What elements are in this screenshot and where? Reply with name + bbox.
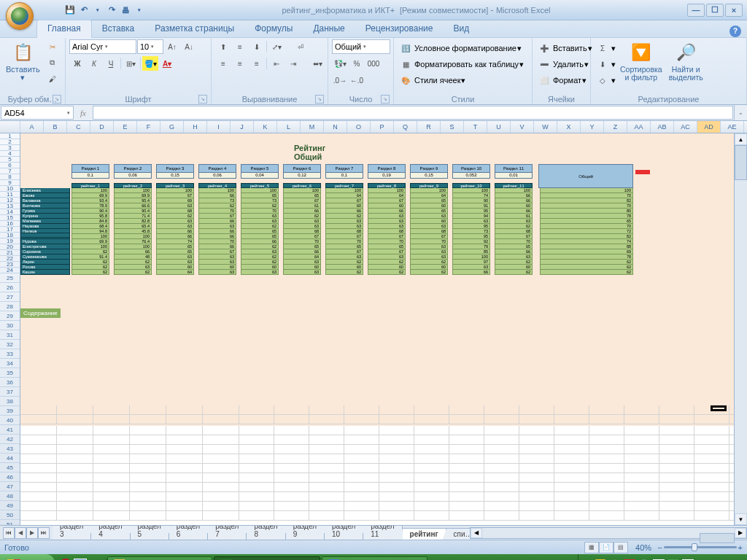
- overall-cell[interactable]: 82: [540, 198, 633, 203]
- data-cell[interactable]: 63: [114, 265, 152, 270]
- data-cell[interactable]: 94.8: [71, 229, 109, 234]
- data-cell[interactable]: 60: [325, 203, 363, 209]
- data-cell[interactable]: 67: [495, 234, 533, 239]
- autosum-button[interactable]: Σ▾: [595, 41, 616, 55]
- student-name[interactable]: Гусева: [20, 209, 70, 214]
- maximize-button[interactable]: ☐: [706, 4, 724, 17]
- data-cell[interactable]: 63: [410, 254, 448, 260]
- data-cell[interactable]: 66: [198, 193, 236, 198]
- overall-cell[interactable]: 65: [540, 219, 633, 224]
- row-header[interactable]: 50: [0, 510, 20, 520]
- col-header[interactable]: I: [207, 121, 231, 133]
- data-cell[interactable]: 62: [368, 260, 406, 265]
- data-cell[interactable]: 63: [241, 249, 279, 254]
- data-cell[interactable]: 60: [495, 203, 533, 209]
- data-cell[interactable]: 62: [71, 249, 109, 254]
- data-cell[interactable]: 91.4: [71, 254, 109, 260]
- data-cell[interactable]: 65: [495, 244, 533, 249]
- data-cell[interactable]: 70: [198, 239, 236, 244]
- row-header[interactable]: 25: [0, 273, 20, 283]
- data-cell[interactable]: 66.6: [114, 203, 152, 209]
- ribbon-tab-5[interactable]: Рецензирование: [355, 20, 444, 37]
- data-cell[interactable]: 66: [368, 209, 406, 214]
- data-cell[interactable]: 74: [452, 193, 490, 198]
- data-cell[interactable]: 67: [283, 234, 321, 239]
- student-name[interactable]: Нурова: [20, 239, 70, 244]
- data-cell[interactable]: 67: [410, 234, 448, 239]
- data-cell[interactable]: 67: [325, 234, 363, 239]
- data-cell[interactable]: 73: [241, 198, 279, 203]
- row-header[interactable]: 34: [0, 359, 20, 368]
- data-cell[interactable]: 63: [241, 219, 279, 224]
- data-cell[interactable]: 62: [495, 224, 533, 229]
- horizontal-scrollbar[interactable]: ◀ ▶: [470, 527, 747, 539]
- overall-cell[interactable]: 70: [540, 224, 633, 229]
- row-header[interactable]: 32: [0, 340, 20, 349]
- row-header[interactable]: 41: [0, 425, 20, 435]
- ribbon-tab-1[interactable]: Вставка: [92, 20, 145, 37]
- data-cell[interactable]: 100: [241, 188, 279, 193]
- data-cell[interactable]: 62: [325, 260, 363, 265]
- data-cell[interactable]: 62: [283, 214, 321, 219]
- overall-cell[interactable]: 69: [540, 249, 633, 254]
- data-cell[interactable]: 65: [241, 234, 279, 239]
- taskbar-item[interactable]: рук.пользов. для д…: [322, 556, 427, 560]
- number-dialog-icon[interactable]: ↘: [381, 95, 390, 104]
- row-header[interactable]: 28: [0, 302, 20, 311]
- student-name[interactable]: Куприна: [20, 214, 70, 219]
- student-name[interactable]: Сорокина: [20, 249, 70, 254]
- data-cell[interactable]: 95.4: [114, 198, 152, 203]
- scroll-up-icon[interactable]: ▲: [735, 133, 747, 145]
- data-cell[interactable]: 62: [71, 265, 109, 270]
- data-cell[interactable]: 68: [368, 229, 406, 234]
- data-cell[interactable]: 100: [495, 188, 533, 193]
- overall-cell[interactable]: 74: [540, 239, 633, 244]
- data-cell[interactable]: 95.8: [71, 214, 109, 219]
- row-header[interactable]: 33: [0, 349, 20, 359]
- row-header[interactable]: 26: [0, 283, 20, 292]
- sheet-tab[interactable]: раздел 10: [324, 526, 363, 540]
- col-header[interactable]: H: [184, 121, 207, 133]
- sheet-tab[interactable]: раздел 4: [90, 526, 130, 540]
- data-cell[interactable]: 63: [156, 203, 194, 209]
- fill-button[interactable]: ⬇▾: [595, 57, 616, 71]
- col-header[interactable]: AB: [651, 121, 674, 133]
- overall-cell[interactable]: 70: [540, 203, 633, 209]
- cut-button[interactable]: ✂: [44, 39, 61, 54]
- data-cell[interactable]: 66: [283, 209, 321, 214]
- data-cell[interactable]: 95: [452, 224, 490, 229]
- data-cell[interactable]: 62: [71, 270, 109, 275]
- data-cell[interactable]: 90: [452, 198, 490, 203]
- data-cell[interactable]: 62: [241, 260, 279, 265]
- data-cell[interactable]: 65: [410, 198, 448, 203]
- font-dialog-icon[interactable]: ↘: [198, 95, 207, 104]
- col-header[interactable]: W: [534, 121, 557, 133]
- data-cell[interactable]: 100: [71, 244, 109, 249]
- col-header[interactable]: F: [137, 121, 160, 133]
- data-cell[interactable]: 60: [198, 265, 236, 270]
- data-cell[interactable]: 94: [452, 214, 490, 219]
- col-header[interactable]: K: [254, 121, 277, 133]
- data-cell[interactable]: 64: [368, 193, 406, 198]
- spreadsheet-grid[interactable]: ABCDEFGHIJKLMNOPQRSTUVWXYZAAABACADAE 123…: [0, 121, 747, 525]
- sheet-tab[interactable]: раздел 3: [53, 526, 91, 540]
- data-cell[interactable]: 65: [156, 244, 194, 249]
- data-cell[interactable]: 68: [283, 229, 321, 234]
- format-painter-button[interactable]: 🖌: [44, 71, 61, 86]
- row-header[interactable]: 48: [0, 491, 20, 501]
- format-as-table-button[interactable]: ▦Форматировать как таблицу ▾: [398, 57, 524, 71]
- merge-center-button[interactable]: ⬌▾: [307, 56, 328, 71]
- data-cell[interactable]: 82.8: [114, 219, 152, 224]
- data-cell[interactable]: 67: [368, 198, 406, 203]
- start-button[interactable]: пуск: [0, 554, 55, 560]
- data-cell[interactable]: 63: [368, 214, 406, 219]
- data-cell[interactable]: 95: [452, 209, 490, 214]
- overall-cell[interactable]: 70: [540, 193, 633, 198]
- data-cell[interactable]: 90.4: [114, 209, 152, 214]
- overall-cell[interactable]: 72: [540, 229, 633, 234]
- data-cell[interactable]: 62: [368, 270, 406, 275]
- data-cell[interactable]: 63: [283, 260, 321, 265]
- data-cell[interactable]: 79: [452, 244, 490, 249]
- cond-format-button[interactable]: 🔢Условное форматирование ▾: [398, 41, 522, 55]
- data-cell[interactable]: 63: [156, 254, 194, 260]
